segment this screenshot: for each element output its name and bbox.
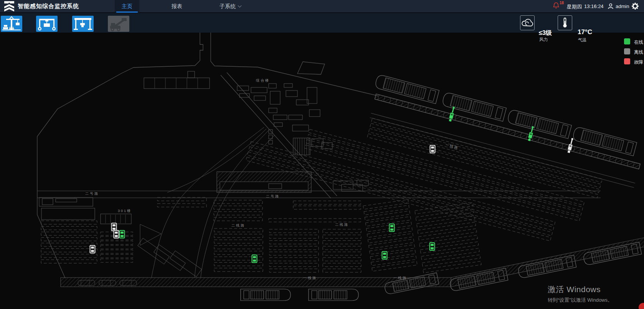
clock-text: 13:16:24 [584, 3, 604, 9]
wind-value: ≤3级 [539, 29, 552, 37]
wind-indicator-box [520, 15, 535, 30]
svg-text:二号路: 二号路 [85, 192, 99, 196]
username-text[interactable]: admin [616, 3, 629, 9]
port-map[interactable]: 综合楼301楼二号路二号路二线路二线路一线路一线路一线路 [0, 33, 644, 309]
chevron-down-icon [238, 4, 242, 8]
legend-swatch-online [624, 38, 630, 44]
svg-text:二号路: 二号路 [266, 194, 280, 198]
windows-activation-watermark: 激活 Windows 转到“设置”以激活 Windows。 [548, 284, 613, 304]
legend-label-online: 在线 [634, 39, 643, 46]
equipment-filter-rmg-crane-button[interactable] [72, 16, 94, 32]
top-header: 智能感知综合监控系统 主页 报表 子系统 18 星期四 13:16:24 adm… [0, 0, 644, 13]
thermometer-icon [558, 16, 572, 30]
equipment-filter-reach-stacker-button[interactable] [108, 16, 129, 32]
app-logo-icon [3, 1, 15, 12]
svg-text:二线路: 二线路 [335, 223, 349, 227]
svg-text:综合楼: 综合楼 [256, 79, 270, 82]
watermark-line2: 转到“设置”以激活 Windows。 [548, 297, 613, 304]
watermark-line1: 激活 Windows [548, 284, 613, 295]
bell-icon [553, 2, 559, 10]
status-marker-truck-online[interactable] [430, 243, 435, 250]
legend-label-offline: 离线 [634, 49, 643, 56]
status-marker-truck-online[interactable] [390, 224, 395, 232]
reach-stacker-icon [108, 16, 129, 32]
legend-label-fault: 故障 [634, 59, 643, 66]
equipment-filter-rtg-crane-button[interactable] [36, 16, 58, 32]
status-marker-truck-offline[interactable] [112, 223, 117, 231]
equipment-toolbar: ≤3级 风力 17°C 气温 [0, 13, 644, 33]
status-marker-truck-offline[interactable] [90, 245, 95, 253]
equipment-filter-quay-crane-button[interactable] [1, 16, 22, 32]
port-map-drawing [37, 33, 644, 301]
status-marker-truck-offline[interactable] [430, 145, 435, 153]
legend-swatch-fault [624, 58, 630, 64]
notification-count-badge: 18 [560, 1, 564, 5]
status-marker-truck-online[interactable] [382, 251, 387, 259]
svg-text:一线路: 一线路 [393, 276, 407, 280]
temperature-label: 气温 [578, 37, 586, 43]
quay-crane-icon [1, 16, 22, 32]
notification-bell-button[interactable]: 18 [553, 2, 565, 11]
temperature-value: 17°C [578, 28, 592, 36]
status-marker-truck-offline[interactable] [114, 230, 119, 238]
user-icon [608, 3, 614, 10]
svg-text:二线路: 二线路 [231, 224, 245, 227]
cloud-icon [520, 16, 534, 30]
app-title: 智能感知综合监控系统 [18, 3, 79, 10]
tab-report[interactable]: 报表 [165, 0, 189, 13]
weekday-text: 星期四 [567, 3, 582, 10]
rmg-crane-icon [72, 16, 94, 32]
status-marker-truck-online[interactable] [120, 230, 125, 238]
tab-home[interactable]: 主页 [115, 0, 139, 13]
svg-text:301楼: 301楼 [118, 209, 132, 213]
legend-swatch-offline [624, 48, 630, 54]
tab-subsystem[interactable]: 子系统 [212, 0, 249, 13]
status-marker-truck-online[interactable] [252, 255, 257, 263]
temperature-indicator-box [558, 15, 572, 30]
tab-subsystem-label: 子系统 [220, 3, 236, 9]
settings-gear-icon[interactable] [632, 3, 639, 10]
svg-text:一线路: 一线路 [303, 276, 317, 280]
wind-label: 风力 [539, 37, 548, 43]
rtg-crane-icon [36, 16, 58, 32]
